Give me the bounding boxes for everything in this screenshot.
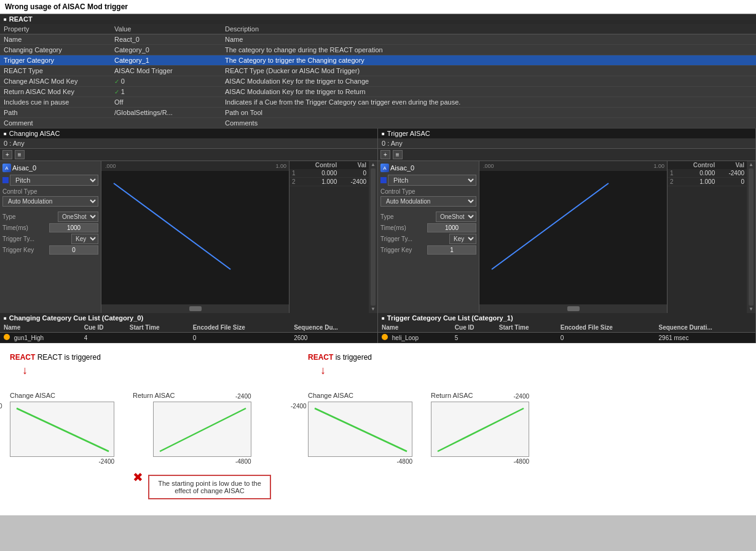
trigger-scroll-up[interactable]: ▲ xyxy=(749,162,754,167)
trigger-list-button[interactable]: ≡ xyxy=(393,150,403,159)
react-row-value-1: Category_0 xyxy=(111,45,221,55)
trigger-time-label: Time(ms) xyxy=(380,224,406,231)
svg-line-5 xyxy=(438,408,524,451)
r-change-aisac-graph xyxy=(308,402,412,457)
react-row-4: Change AISAC Mod Key✓ 0AISAC Modulation … xyxy=(0,76,756,87)
changing-toolbar: + ≡ xyxy=(0,149,377,161)
r-graph1-left-val: -2400 xyxy=(291,403,307,410)
t-cue-col-seq: Sequence Durati... xyxy=(655,323,755,333)
trigger-cue-panel: Trigger Category Cue List (Category_1) N… xyxy=(378,313,756,343)
react-row-7: Path/GlobalSettings/R...Path on Tool xyxy=(0,108,756,118)
trigger-key-label: Trigger Key xyxy=(2,247,34,253)
type-select[interactable]: OneShot xyxy=(58,212,98,222)
left-trigger-arrow: ↓ xyxy=(22,364,28,377)
r-return-aisac-graph xyxy=(431,402,529,457)
trigger-control-type-select[interactable]: Auto Modulation xyxy=(380,196,476,207)
aisac-name-row: A Aisac_0 xyxy=(2,164,98,172)
t-row2-control: 1.000 xyxy=(679,178,717,186)
react-row-value-5: ✓ 1 xyxy=(111,87,221,97)
trigger-value-table: Control Val 1 0.000 -2400 2 1.000 xyxy=(667,161,747,313)
trigger-scrollbar-thumb[interactable] xyxy=(567,306,580,311)
changing-cue-row: gun1_High 4 0 2600 xyxy=(0,333,377,343)
change-aisac-graph xyxy=(10,402,114,457)
trigger-ty-label: Trigger Ty... xyxy=(2,236,34,242)
changing-cue-table: Name Cue ID Start Time Encoded File Size… xyxy=(0,323,377,343)
panels-row: Changing AISAC 0 : Any + ≡ A Aisac_0 Pit… xyxy=(0,129,756,313)
svg-line-2 xyxy=(17,408,109,451)
trigger-cue-row: heli_Loop 5 0 2961 msec xyxy=(378,333,755,343)
row1-val: 0 xyxy=(339,169,369,178)
time-input[interactable] xyxy=(49,223,98,232)
control-type-select[interactable]: Auto Modulation xyxy=(2,196,98,207)
t-row2-num: 2 xyxy=(667,178,679,186)
t-cue-col-id: Cue ID xyxy=(451,323,495,333)
trigger-add-button[interactable]: + xyxy=(380,150,390,159)
trigger-graph-canvas xyxy=(479,171,667,304)
trigger-trigger-ty-select[interactable]: Key xyxy=(449,234,476,244)
right-trigger-arrow: ↓ xyxy=(320,364,326,377)
trigger-key-field: Trigger Key xyxy=(380,245,476,255)
trigger-key-input[interactable] xyxy=(49,245,98,255)
trigger-key-field: Trigger Key xyxy=(2,245,98,255)
scroll-up[interactable]: ▲ xyxy=(371,162,376,167)
trigger-ty-field: Trigger Ty... Key xyxy=(380,234,476,244)
col-value: Value xyxy=(111,24,221,34)
change-aisac-graph-container: Change AISAC 0 -2400 xyxy=(10,392,114,465)
time-field: Time(ms) xyxy=(2,223,98,232)
svg-line-3 xyxy=(160,408,246,451)
trigger-graph-scrollbar[interactable] xyxy=(479,304,667,313)
col-val: Val xyxy=(339,161,369,169)
trigger-trigger-key-label: Trigger Key xyxy=(380,247,412,253)
t-row2-val: 0 xyxy=(717,178,747,186)
trigger-type-select[interactable]: OneShot xyxy=(436,212,476,222)
pitch-row: Pitch xyxy=(2,175,98,186)
return-aisac-graph xyxy=(153,402,251,457)
return-aisac-label: Return AISAC xyxy=(133,392,175,399)
trigger-control-type-label: Control Type xyxy=(380,188,476,195)
react-row-value-6: Off xyxy=(111,97,221,108)
scroll-down[interactable]: ▼ xyxy=(371,307,376,312)
r-change-aisac-label: Change AISAC xyxy=(308,392,353,399)
trigger-ty-select[interactable]: Key xyxy=(71,234,98,244)
changing-scrollbar-v[interactable]: ▲ ▼ xyxy=(369,161,377,313)
react-section-header: REACT xyxy=(0,14,756,24)
trigger-pitch-select[interactable]: Pitch xyxy=(388,175,476,186)
t-cue-col-encoded: Encoded File Size xyxy=(557,323,655,333)
return-aisac-graph-container: Return AISAC -2400 -4800 ✖ The starting … xyxy=(133,392,271,499)
trigger-scroll-down[interactable]: ▼ xyxy=(749,307,754,312)
trigger-key-input[interactable] xyxy=(427,245,476,255)
graph2-bottom-val: -4800 xyxy=(153,458,251,465)
r-return-aisac-label: Return AISAC xyxy=(431,392,473,399)
changing-scrollbar-thumb[interactable] xyxy=(189,306,202,311)
right-diagram-group: REACT is triggered ↓ Change AISAC -2400 … xyxy=(308,353,529,465)
react-row-property-5: Return AISAC Mod Key xyxy=(0,87,111,97)
react-row-desc-0: Name xyxy=(221,34,756,45)
trigger-aisac-controls: A Aisac_0 Pitch Control Type Auto Modula… xyxy=(378,161,479,313)
react-table: Property Value Description NameReact_0Na… xyxy=(0,24,756,129)
changing-panel-content: A Aisac_0 Pitch Control Type Auto Modula… xyxy=(0,161,377,313)
trigger-scrollbar-v[interactable]: ▲ ▼ xyxy=(747,161,755,313)
trigger-time-field: Time(ms) xyxy=(380,223,476,232)
changing-graph-svg xyxy=(101,171,289,304)
left-diagram-group: REACT REACT is triggered ↓ Change AISAC … xyxy=(10,353,271,499)
trigger-cue-icon xyxy=(382,334,388,340)
changing-aisac-controls: A Aisac_0 Pitch Control Type Auto Modula… xyxy=(0,161,101,313)
changing-graph-scale: .000 1.00 xyxy=(101,161,289,171)
row2-num: 2 xyxy=(289,178,301,186)
trigger-pitch-row: Pitch xyxy=(380,175,476,186)
col-description: Description xyxy=(221,24,756,34)
time-label: Time(ms) xyxy=(2,224,28,231)
trigger-aisac-name-row: A Aisac_0 xyxy=(380,164,476,172)
trigger-cue-id: 5 xyxy=(451,333,495,343)
trigger-time-input[interactable] xyxy=(427,223,476,232)
changing-graph-area: .000 1.00 xyxy=(101,161,289,313)
add-button[interactable]: + xyxy=(2,150,12,159)
changing-graph-canvas xyxy=(101,171,289,304)
pitch-select[interactable]: Pitch xyxy=(10,175,98,186)
react-row-desc-8: Comments xyxy=(221,118,756,129)
list-button[interactable]: ≡ xyxy=(15,150,25,159)
t-row1-val: -2400 xyxy=(717,169,747,178)
react-row-desc-4: AISAC Modulation Key for the trigger to … xyxy=(221,76,756,87)
changing-graph-scrollbar[interactable] xyxy=(101,304,289,313)
type-label: Type xyxy=(2,213,16,220)
